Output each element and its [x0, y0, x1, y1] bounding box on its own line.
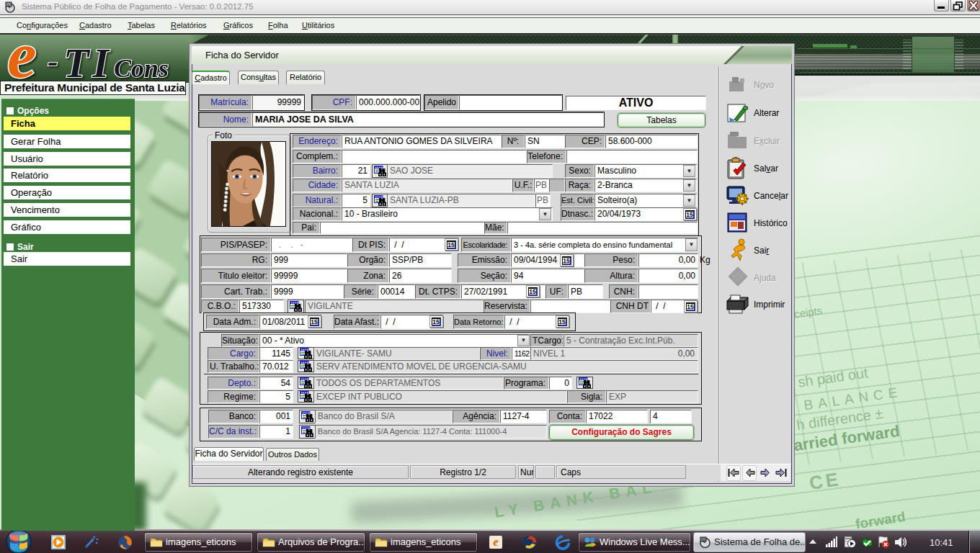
svg-text:Cons: Cons	[114, 54, 169, 82]
svg-text:TI: TI	[63, 40, 112, 82]
svg-text:-: -	[48, 44, 58, 79]
svg-text:e: e	[7, 37, 37, 82]
